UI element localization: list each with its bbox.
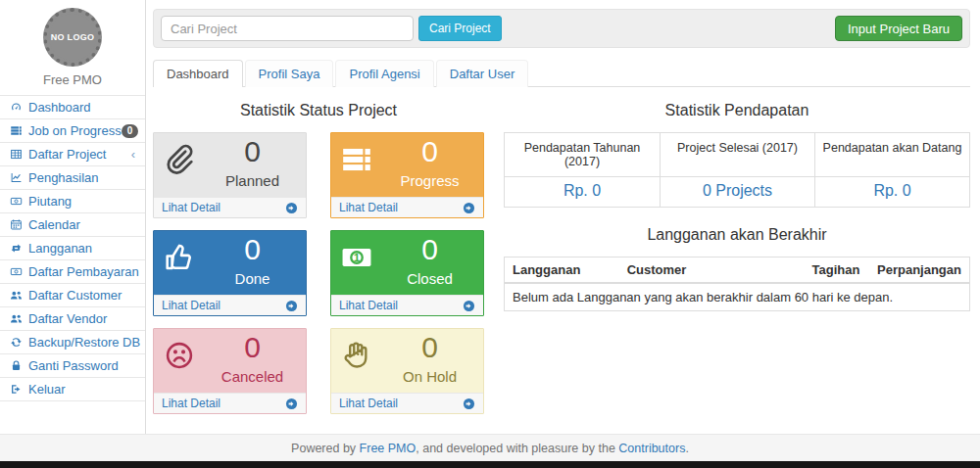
calendar-icon [10,218,23,231]
contributors-link[interactable]: Contributors [618,442,685,455]
table-icon [10,148,23,161]
lihat-detail-link[interactable]: Lihat Detail [331,295,483,315]
tab-dashboard[interactable]: Dashboard [153,60,243,87]
sidebar-item-label: Backup/Restore DB [28,335,140,350]
footer-text-suffix: . [685,442,688,455]
sidebar-item-daftar-customer[interactable]: Daftar Customer [0,284,145,307]
arrow-circle-right-icon[interactable] [463,202,475,214]
card-body: 0Canceled [154,329,306,393]
retweet-icon [10,242,23,255]
arrow-circle-right-icon[interactable] [285,300,298,312]
sidebar-item-job-on-progress[interactable]: Job on Progress0 [0,119,145,143]
card-label: On Hold [382,368,477,385]
users-icon [10,289,23,302]
langganan-col-tagihan: Tagihan [805,257,869,284]
paperclip-icon [163,143,196,176]
lihat-detail-link[interactable]: Lihat Detail [154,393,306,413]
refresh-icon [10,336,23,349]
lihat-detail-link[interactable]: Lihat Detail [154,197,306,217]
frown-icon [163,339,196,372]
tachometer-icon [10,101,23,114]
tab-profil-agensi[interactable]: Profil Agensi [335,60,433,87]
sidebar-item-calendar[interactable]: Calendar [0,213,145,237]
sidebar-item-label: Daftar Customer [28,288,122,303]
card-count: 0 [382,331,477,364]
sidebar-item-backup-restore-db[interactable]: Backup/Restore DB [0,331,145,354]
free-pmo-link[interactable]: Free PMO [360,442,416,455]
status-section: Statistik Status Project 0PlannedLihat D… [153,93,484,414]
hand-paper-icon [340,339,373,372]
money-icon [10,265,23,278]
pendapatan-value-link[interactable]: Rp. 0 [814,177,969,207]
footer-text: Powered by [291,442,359,455]
card-label: Planned [205,172,300,189]
sidebar-item-label: Daftar Pembayaran [28,264,139,279]
lihat-detail-link[interactable]: Lihat Detail [154,295,306,315]
lihat-detail-label: Lihat Detail [162,201,220,214]
pendapatan-header: Pendapatan akan Datang [814,133,969,177]
sidebar-item-dashboard[interactable]: Dashboard [0,96,145,119]
arrow-circle-right-icon[interactable] [463,398,475,410]
sidebar-item-penghasilan[interactable]: Penghasilan [0,166,145,190]
pendapatan-header: Project Selesai (2017) [660,133,814,177]
lihat-detail-link[interactable]: Lihat Detail [331,197,483,217]
lihat-detail-label: Lihat Detail [339,201,398,214]
sign-out-icon [10,383,23,396]
status-card-closed: 10ClosedLihat Detail [330,230,484,316]
card-count: 0 [382,233,477,266]
lihat-detail-link[interactable]: Lihat Detail [331,393,483,413]
langganan-col-customer: Customer [619,257,805,284]
sidebar-item-ganti-password[interactable]: Ganti Password [0,354,145,378]
langganan-col-langganan: Langganan [505,257,619,284]
no-logo-badge: NO LOGO [43,8,102,67]
lihat-detail-label: Lihat Detail [162,299,220,312]
arrow-circle-right-icon[interactable] [463,300,475,312]
arrow-circle-right-icon[interactable] [285,202,298,214]
money-icon [10,195,23,208]
new-project-button[interactable]: Input Project Baru [835,16,962,41]
logo-container: NO LOGO [0,0,145,67]
status-card-canceled: 0CanceledLihat Detail [153,328,307,414]
sidebar-menu: DashboardJob on Progress0Daftar Project‹… [0,95,145,401]
sidebar-item-keluar[interactable]: Keluar [0,378,145,401]
status-card-planned: 0PlannedLihat Detail [153,132,307,218]
thumbs-up-icon [163,241,196,274]
pendapatan-header: Pendapatan Tahunan (2017) [505,133,660,177]
line-chart-icon [10,171,23,184]
status-cards-grid: 0PlannedLihat Detail0ProgressLihat Detai… [153,132,484,414]
count-badge: 0 [122,124,139,138]
status-section-title: Statistik Status Project [153,102,484,119]
right-section: Statistik Pendapatan Pendapatan Tahunan … [504,93,970,311]
sidebar: NO LOGO Free PMO DashboardJob on Progres… [0,0,146,434]
card-count: 0 [205,135,300,168]
tasks-icon [340,143,373,176]
status-card-on-hold: 0On HoldLihat Detail [330,328,484,414]
sidebar-item-langganan[interactable]: Langganan [0,237,145,260]
sidebar-item-daftar-pembayaran[interactable]: Daftar Pembayaran [0,260,145,284]
pendapatan-value-link[interactable]: 0 Projects [660,177,814,207]
app-name: Free PMO [0,72,145,87]
tab-daftar-user[interactable]: Daftar User [436,60,528,87]
sidebar-item-label: Piutang [28,194,72,209]
card-count: 0 [205,331,300,364]
tab-profil-saya[interactable]: Profil Saya [245,60,334,87]
lock-icon [10,359,23,372]
card-label: Progress [382,172,477,189]
lihat-detail-label: Lihat Detail [339,299,398,312]
search-input[interactable] [161,16,414,41]
search-button[interactable]: Cari Project [418,16,502,41]
sidebar-item-daftar-vendor[interactable]: Daftar Vendor [0,307,145,331]
search-bar: Cari Project Input Project Baru [153,9,970,48]
card-body: 0Progress [331,133,483,197]
arrow-circle-right-icon[interactable] [285,398,298,410]
sidebar-item-label: Ganti Password [28,358,119,373]
card-body: 0Planned [154,133,306,197]
pendapatan-value-link[interactable]: Rp. 0 [505,177,660,207]
sidebar-item-piutang[interactable]: Piutang [0,190,145,213]
sidebar-item-label: Daftar Project [28,147,106,162]
tasks-icon [10,124,23,137]
window-bottom-bar [0,461,980,468]
langganan-empty-row: Belum ada Langganan yang akan berakhir d… [505,283,970,311]
sidebar-item-daftar-project[interactable]: Daftar Project‹ [0,143,145,166]
sidebar-item-label: Dashboard [28,100,91,115]
